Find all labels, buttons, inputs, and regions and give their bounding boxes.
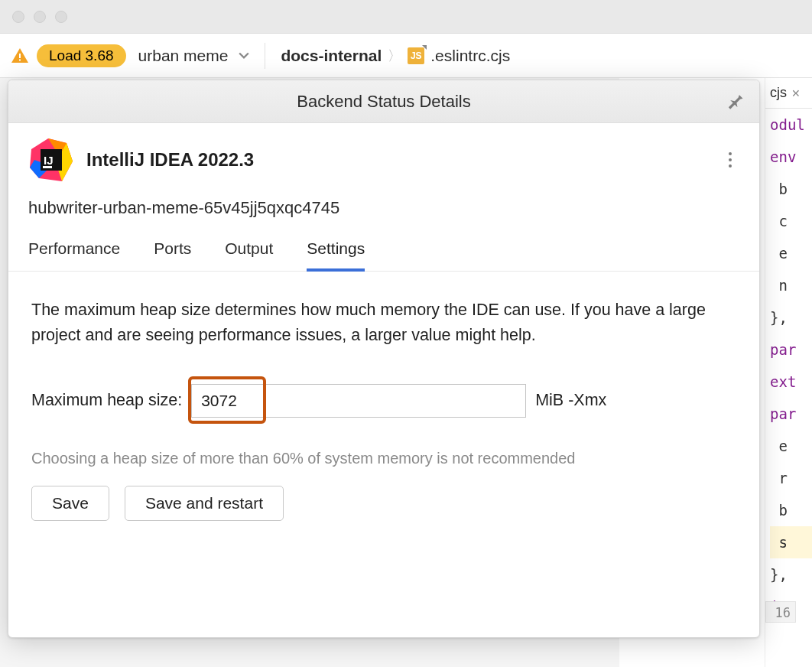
- svg-rect-8: [43, 166, 52, 168]
- traffic-light-minimize[interactable]: [34, 11, 46, 23]
- load-indicator[interactable]: Load 3.68: [37, 44, 126, 67]
- mac-titlebar: [0, 0, 812, 34]
- svg-text:IJ: IJ: [44, 154, 54, 167]
- svg-rect-0: [19, 54, 21, 58]
- ide-name: IntelliJ IDEA 2022.3: [86, 149, 254, 171]
- close-icon[interactable]: ✕: [791, 87, 801, 99]
- heap-size-label: Maximum heap size:: [31, 391, 182, 410]
- settings-panel: The maximum heap size determines how muc…: [8, 272, 759, 521]
- editor-strip: cjs ✕ odulenv b c e n},parextpar e r b s…: [765, 78, 812, 667]
- traffic-light-close[interactable]: [12, 11, 24, 23]
- tab-output[interactable]: Output: [225, 239, 273, 271]
- save-restart-button[interactable]: Save and restart: [125, 486, 284, 521]
- pin-icon[interactable]: [724, 89, 745, 111]
- traffic-light-zoom[interactable]: [55, 11, 67, 23]
- ide-toolbar: Load 3.68 urban meme docs-internal 〉 JS …: [0, 34, 812, 78]
- separator: [265, 43, 265, 69]
- heap-size-unit: MiB -Xmx: [535, 391, 606, 410]
- ide-info-row: IJ IntelliJ IDEA 2022.3: [8, 123, 759, 184]
- heap-size-row: Maximum heap size: MiB -Xmx: [31, 384, 736, 418]
- intellij-logo-icon: IJ: [28, 137, 74, 183]
- heap-description: The maximum heap size determines how muc…: [31, 298, 727, 349]
- project-name[interactable]: urban meme: [138, 47, 229, 65]
- save-button[interactable]: Save: [31, 486, 109, 521]
- tab-ports[interactable]: Ports: [154, 239, 191, 271]
- heap-hint: Choosing a heap size of more than 60% of…: [31, 450, 736, 467]
- more-menu-icon[interactable]: [721, 151, 739, 169]
- editor-tab[interactable]: cjs ✕: [765, 78, 812, 109]
- codespace-identifier: hubwriter-urban-meme-65v45jj5qxqc4745: [8, 184, 759, 218]
- popover-header: Backend Status Details: [8, 80, 759, 123]
- tab-performance[interactable]: Performance: [28, 239, 120, 271]
- breadcrumb-root[interactable]: docs-internal: [281, 47, 382, 65]
- heap-size-input[interactable]: [191, 384, 526, 418]
- tab-settings[interactable]: Settings: [307, 239, 365, 272]
- chevron-down-icon[interactable]: [239, 49, 249, 63]
- code-fragment: odulenv b c e n},parextpar e r b s},ign: [765, 109, 812, 667]
- svg-rect-1: [19, 59, 21, 60]
- editor-tab-label: cjs: [770, 85, 787, 101]
- tabs: Performance Ports Output Settings: [8, 218, 759, 272]
- button-row: Save Save and restart: [31, 486, 736, 521]
- js-file-icon: JS: [408, 47, 424, 64]
- gutter-line-number: 16: [765, 601, 796, 623]
- breadcrumb-file[interactable]: .eslintrc.cjs: [430, 47, 510, 65]
- chevron-right-icon: 〉: [388, 47, 401, 65]
- backend-status-popover: Backend Status Details IJ IntelliJ IDEA …: [8, 80, 760, 638]
- warning-icon: [11, 47, 29, 65]
- popover-title: Backend Status Details: [297, 92, 470, 112]
- breadcrumb: docs-internal 〉 JS .eslintrc.cjs: [281, 47, 510, 65]
